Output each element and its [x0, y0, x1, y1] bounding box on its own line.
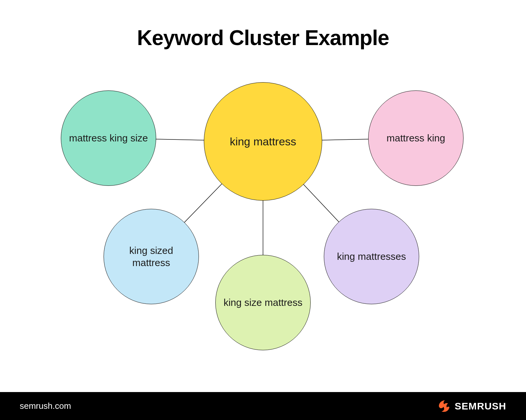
spoke-node: king sized mattress: [104, 209, 199, 304]
node-label: mattress king: [387, 132, 445, 144]
node-label: king mattresses: [337, 250, 406, 263]
footer-brand: SEMRUSH: [437, 400, 506, 413]
node-label: king mattress: [230, 135, 296, 149]
footer-site: semrush.com: [20, 401, 71, 411]
page-title: Keyword Cluster Example: [0, 26, 526, 50]
center-node: king mattress: [204, 82, 322, 201]
connector-lines: [0, 0, 526, 420]
node-label: mattress king size: [69, 132, 148, 144]
diagram-canvas: Keyword Cluster Example semrush.com SEMR…: [0, 0, 526, 420]
spoke-node: king size mattress: [215, 255, 311, 350]
spoke-node: king mattresses: [324, 209, 419, 304]
node-label: king sized mattress: [110, 244, 192, 269]
node-label: king size mattress: [224, 296, 302, 309]
spoke-node: mattress king: [368, 90, 464, 186]
footer-brand-text: SEMRUSH: [455, 401, 506, 412]
footer-bar: semrush.com SEMRUSH: [0, 392, 526, 420]
semrush-flame-icon: [437, 400, 450, 413]
spoke-node: mattress king size: [61, 90, 156, 186]
